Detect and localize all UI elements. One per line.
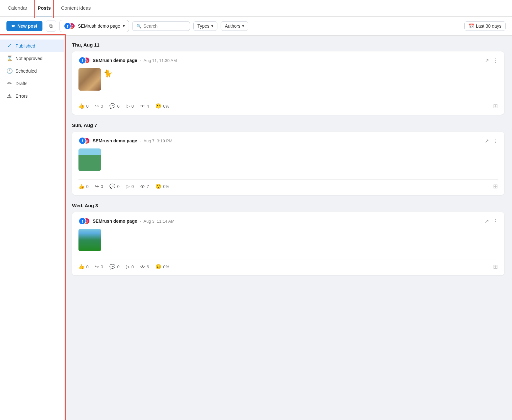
- stat-views-2: 👁 7: [140, 184, 149, 189]
- stat-comments-1: 💬 0: [109, 103, 119, 109]
- post-facebook-icon-1: f: [78, 57, 86, 64]
- click-icon-3: ▷: [126, 264, 130, 270]
- post-header-1: f ◎ SEMrush demo page · Aug 11, 11:30 AM…: [78, 57, 498, 64]
- view-icon-3: 👁: [140, 264, 145, 270]
- main-layout: ✓ Published ⌛ Not approved 🕐 Scheduled ✏…: [0, 36, 512, 420]
- post-emoji-1: 🐈: [104, 69, 112, 78]
- click-icon-2: ▷: [126, 183, 130, 189]
- sidebar-item-not-approved[interactable]: ⌛ Not approved: [0, 52, 64, 65]
- post-facebook-icon-3: f: [78, 217, 86, 225]
- nav-posts[interactable]: Posts: [36, 0, 52, 16]
- page-name: SEMrush demo page: [78, 23, 120, 29]
- authors-filter[interactable]: Authors ▾: [221, 21, 248, 31]
- comment-icon-2: 💬: [109, 183, 115, 189]
- toolbar: ✏ New post ⧉ f ◎ SEMrush demo page ▾ 🔍 T…: [0, 17, 512, 36]
- draft-icon: ✏: [6, 80, 12, 86]
- date-range-picker[interactable]: 📅 Last 30 days: [464, 21, 506, 31]
- post-header-2: f ◎ SEMrush demo page · Aug 7, 3:19 PM ↗…: [78, 137, 498, 145]
- sidebar: ✓ Published ⌛ Not approved 🕐 Scheduled ✏…: [0, 36, 64, 420]
- calendar-icon: 📅: [469, 23, 474, 29]
- post-stats-1: 👍 0 ↪ 0 💬 0 ▷ 0: [78, 99, 498, 110]
- post-image-row-1: 🐈: [78, 68, 498, 95]
- stat-views-3: 👁 6: [140, 264, 149, 270]
- post-author-1: SEMrush demo page: [93, 58, 137, 63]
- post-image-row-2: [78, 148, 498, 175]
- external-link-icon-2[interactable]: ↗: [485, 138, 489, 144]
- stat-likes-2: 👍 0: [78, 183, 88, 189]
- external-link-icon-3[interactable]: ↗: [485, 218, 489, 224]
- post-card-2: f ◎ SEMrush demo page · Aug 7, 3:19 PM ↗…: [72, 132, 504, 195]
- post-actions-1: ↗ ⋮: [485, 58, 498, 64]
- post-image-row-3: [78, 229, 498, 256]
- chevron-down-icon: ▾: [242, 24, 244, 28]
- share-icon-2: ↪: [95, 183, 99, 189]
- post-header-left-2: f ◎ SEMrush demo page · Aug 7, 3:19 PM: [78, 137, 172, 145]
- view-icon-1: 👁: [140, 103, 145, 109]
- stat-shares-1: ↪ 0: [95, 103, 103, 109]
- post-image-1: [78, 68, 101, 91]
- post-time-3: Aug 3, 11:14 AM: [143, 219, 174, 224]
- date-label-3: Wed, Aug 3: [72, 203, 504, 208]
- copy-icon: ⧉: [49, 23, 53, 29]
- stat-shares-2: ↪ 0: [95, 183, 103, 189]
- stat-clicks-1: ▷ 0: [126, 103, 134, 109]
- stat-engagement-3: 🙂 0%: [155, 264, 169, 270]
- engagement-icon-1: 🙂: [155, 103, 161, 109]
- stat-likes-3: 👍 0: [78, 264, 88, 270]
- post-image-3: [78, 229, 101, 251]
- external-link-icon-1[interactable]: ↗: [485, 58, 489, 64]
- post-time-1: Aug 11, 11:30 AM: [143, 58, 177, 63]
- engagement-icon-3: 🙂: [155, 264, 161, 270]
- post-author-3: SEMrush demo page: [93, 219, 137, 224]
- view-icon-2: 👁: [140, 184, 145, 189]
- post-facebook-icon-2: f: [78, 137, 86, 145]
- share-icon-1: ↪: [95, 103, 99, 109]
- top-navigation: Calendar Posts Content ideas: [0, 0, 512, 17]
- date-label-1: Thu, Aug 11: [72, 42, 504, 48]
- stat-comments-2: 💬 0: [109, 183, 119, 189]
- hourglass-icon: ⌛: [6, 55, 12, 61]
- stat-clicks-3: ▷ 0: [126, 264, 134, 270]
- page-selector[interactable]: f ◎ SEMrush demo page ▾: [59, 20, 129, 32]
- chevron-down-icon: ▾: [211, 24, 213, 28]
- stat-clicks-2: ▷ 0: [126, 183, 134, 189]
- sidebar-item-drafts[interactable]: ✏ Drafts: [0, 77, 64, 90]
- post-header-left-3: f ◎ SEMrush demo page · Aug 3, 11:14 AM: [78, 217, 174, 225]
- like-icon-1: 👍: [78, 103, 85, 109]
- comment-icon-3: 💬: [109, 264, 115, 270]
- post-page-icons-3: f ◎: [78, 217, 90, 225]
- search-input[interactable]: [143, 23, 186, 29]
- share-icon-3: ↪: [95, 264, 99, 270]
- copy-button[interactable]: ⧉: [46, 21, 56, 31]
- types-label: Types: [197, 23, 209, 29]
- post-time-2: Aug 7, 3:19 PM: [143, 139, 172, 143]
- click-icon-1: ▷: [126, 103, 130, 109]
- search-box[interactable]: 🔍: [132, 21, 190, 31]
- content-area: Thu, Aug 11 f ◎ SEMrush demo page · Aug …: [64, 36, 512, 420]
- post-page-icons-1: f ◎: [78, 57, 90, 64]
- post-card-3: f ◎ SEMrush demo page · Aug 3, 11:14 AM …: [72, 212, 504, 275]
- nav-content-ideas[interactable]: Content ideas: [60, 0, 92, 16]
- stat-engagement-2: 🙂 0%: [155, 183, 169, 189]
- more-options-icon-2[interactable]: ⋮: [493, 138, 498, 144]
- date-group-1: Thu, Aug 11 f ◎ SEMrush demo page · Aug …: [72, 42, 504, 115]
- sidebar-item-scheduled[interactable]: 🕐 Scheduled: [0, 65, 64, 77]
- search-icon: 🔍: [136, 24, 142, 29]
- date-range-label: Last 30 days: [476, 23, 501, 29]
- stat-comments-3: 💬 0: [109, 264, 119, 270]
- date-group-2: Sun, Aug 7 f ◎ SEMrush demo page · Aug 7…: [72, 122, 504, 195]
- types-filter[interactable]: Types ▾: [193, 21, 217, 31]
- gallery-icon-2: ⊞: [493, 183, 498, 190]
- sidebar-item-published[interactable]: ✓ Published: [0, 40, 64, 52]
- more-options-icon-3[interactable]: ⋮: [493, 218, 498, 224]
- post-stats-2: 👍 0 ↪ 0 💬 0 ▷ 0: [78, 179, 498, 190]
- sidebar-item-errors[interactable]: ⚠ Errors: [0, 90, 64, 102]
- gallery-icon-1: ⊞: [493, 103, 498, 110]
- comment-icon-1: 💬: [109, 103, 115, 109]
- more-options-icon-1[interactable]: ⋮: [493, 58, 498, 64]
- chevron-down-icon: ▾: [123, 24, 125, 28]
- new-post-button[interactable]: ✏ New post: [6, 21, 42, 31]
- nav-calendar[interactable]: Calendar: [6, 0, 29, 16]
- post-header-3: f ◎ SEMrush demo page · Aug 3, 11:14 AM …: [78, 217, 498, 225]
- date-label-2: Sun, Aug 7: [72, 122, 504, 128]
